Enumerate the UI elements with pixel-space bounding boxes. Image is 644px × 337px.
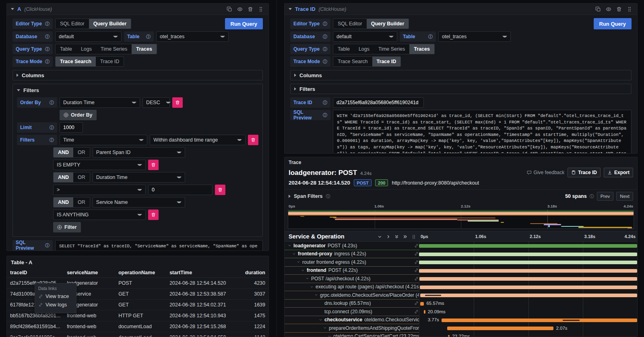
query-ref-id[interactable]: Trace ID <box>295 6 316 12</box>
query-type-table[interactable]: Table <box>56 44 76 54</box>
table-row[interactable]: 2cc7acfc01941806c... frontend-web docume… <box>7 332 268 337</box>
info-icon[interactable]: ⓘ <box>146 34 151 40</box>
and-option[interactable]: AND <box>54 197 73 207</box>
info-icon[interactable]: ⓘ <box>50 125 54 131</box>
trace-id-link[interactable]: 2cc7acfc01941806c... <box>7 332 64 337</box>
info-icon[interactable]: ⓘ <box>45 21 50 27</box>
and-option[interactable]: AND <box>54 173 73 182</box>
condition-operator-select[interactable]: > <box>53 185 146 195</box>
filters-collapse[interactable]: Filters <box>290 84 632 94</box>
span-bar[interactable] <box>442 319 637 322</box>
query-builder-option[interactable]: Query Builder <box>367 19 409 29</box>
and-option[interactable]: AND <box>54 148 73 157</box>
span-row[interactable]: loadgeneratorPOST (4.23s) <box>285 242 637 250</box>
prev-button[interactable]: Prev <box>597 192 614 201</box>
collapse-chevron-icon[interactable] <box>11 8 14 10</box>
remove-condition-button[interactable] <box>215 185 225 195</box>
query-type-logs[interactable]: Logs <box>354 44 374 54</box>
give-feedback-link[interactable]: Give feedback <box>527 170 565 175</box>
span-link-icon[interactable] <box>414 251 419 256</box>
query-type-logs[interactable]: Logs <box>76 44 96 54</box>
condition-field-select[interactable]: Duration Time <box>93 172 185 183</box>
trace-minimap[interactable] <box>288 210 634 229</box>
span-bar[interactable] <box>420 302 424 306</box>
trace-search-option[interactable]: Trace Search <box>56 57 96 66</box>
col-servicename[interactable]: serviceName <box>64 268 115 278</box>
span-bar[interactable] <box>419 244 637 248</box>
remove-condition-button[interactable] <box>148 210 159 220</box>
order-by-direction-select[interactable]: DESC <box>142 97 170 108</box>
view-trace-link[interactable]: View trace <box>38 294 73 299</box>
query-type-timeseries[interactable]: Time Series <box>96 44 132 54</box>
span-row[interactable]: checkoutserviceoteldemo.CheckoutService/… <box>285 316 637 325</box>
col-traceid[interactable]: traceID <box>7 268 64 278</box>
span-bar[interactable] <box>419 269 637 273</box>
filters-collapse[interactable]: Filters <box>17 87 258 93</box>
span-bar[interactable] <box>420 286 637 289</box>
drag-handle-icon[interactable] <box>257 6 264 13</box>
span-link-icon[interactable] <box>414 309 419 314</box>
trace-search-option[interactable]: Trace Search <box>333 57 372 66</box>
delete-query-icon[interactable] <box>247 6 254 13</box>
span-link-icon[interactable] <box>414 243 419 248</box>
view-logs-link[interactable]: View logs <box>38 302 73 308</box>
chevron-down-icon[interactable] <box>314 293 318 297</box>
span-link-icon[interactable] <box>414 276 419 281</box>
add-filter-button[interactable]: Filter <box>53 222 81 232</box>
expand-all-icon[interactable] <box>403 234 407 239</box>
or-option[interactable]: OR <box>73 173 90 182</box>
info-icon[interactable]: ⓘ <box>323 100 327 106</box>
span-bar[interactable] <box>419 253 637 256</box>
info-icon[interactable]: ⓘ <box>323 112 327 118</box>
condition-operator-select[interactable]: IS EMPTY <box>53 160 146 170</box>
next-button[interactable]: Next <box>616 192 633 201</box>
info-icon[interactable]: ⓘ <box>590 193 594 199</box>
span-bar[interactable] <box>424 310 425 314</box>
columns-collapse[interactable]: Columns <box>290 70 632 80</box>
hide-query-icon[interactable] <box>236 6 244 13</box>
query-type-table[interactable]: Table <box>333 44 354 54</box>
condition-operator-select[interactable]: IS ANYTHING <box>53 210 146 220</box>
filter-value-select[interactable]: Within dashboard time range <box>150 135 246 145</box>
span-row[interactable]: executing api route (pages) /api/checkou… <box>285 283 637 292</box>
remove-filter-button[interactable] <box>248 135 258 145</box>
chevron-down-icon[interactable] <box>301 269 305 272</box>
remove-condition-button[interactable] <box>148 160 159 170</box>
trace-id-input[interactable] <box>333 97 424 108</box>
query-type-traces[interactable]: Traces <box>409 44 434 54</box>
info-icon[interactable]: ⓘ <box>50 100 54 106</box>
column-resize-handle[interactable]: || <box>413 234 415 239</box>
or-option[interactable]: OR <box>73 197 90 207</box>
condition-value-input[interactable] <box>148 185 213 195</box>
span-row[interactable]: frontend-proxyingress (4.22s) <box>285 250 637 259</box>
span-row[interactable]: router frontend egress (4.22s) <box>285 258 637 267</box>
chevron-down-icon[interactable] <box>288 244 291 247</box>
hide-query-icon[interactable] <box>605 6 612 13</box>
delete-query-icon[interactable] <box>615 6 623 13</box>
span-link-icon[interactable] <box>414 301 419 306</box>
trace-id-link[interactable]: 89cf4286e631591b4... <box>7 321 64 332</box>
add-order-by-button[interactable]: Order By <box>60 110 97 120</box>
pane-splitter[interactable] <box>277 0 277 337</box>
info-icon[interactable]: ⓘ <box>323 46 327 52</box>
remove-order-by-button[interactable] <box>172 97 183 108</box>
run-query-button[interactable]: Run Query <box>225 18 263 29</box>
database-select[interactable]: default <box>55 31 122 42</box>
collapse-one-icon[interactable] <box>378 234 382 239</box>
trace-id-copy-button[interactable]: Trace ID <box>568 168 601 177</box>
info-icon[interactable]: ⓘ <box>45 34 50 40</box>
span-bar[interactable] <box>420 294 637 297</box>
chevron-down-icon[interactable] <box>305 277 309 280</box>
info-icon[interactable]: ⓘ <box>45 242 50 249</box>
info-icon[interactable]: ⓘ <box>45 46 50 52</box>
span-row[interactable]: POST /api/checkout (4.22s) <box>285 275 637 283</box>
duplicate-query-icon[interactable] <box>594 6 602 13</box>
sql-editor-option[interactable]: SQL Editor <box>56 19 89 29</box>
query-type-traces[interactable]: Traces <box>132 44 157 54</box>
info-icon[interactable]: ⓘ <box>323 59 327 65</box>
info-icon[interactable]: ⓘ <box>323 34 327 40</box>
condition-field-select[interactable]: Service Name <box>93 197 185 208</box>
trace-id-option[interactable]: Trace ID <box>96 57 124 66</box>
chevron-down-icon[interactable] <box>297 260 300 264</box>
col-operationname[interactable]: operationName <box>115 268 166 278</box>
